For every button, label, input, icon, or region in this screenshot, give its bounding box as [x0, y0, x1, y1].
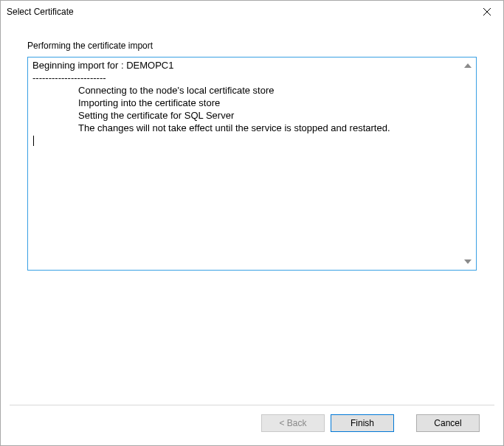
back-button: < Back — [261, 414, 325, 432]
import-log[interactable]: Beginning import for : DEMOPC1 ---------… — [27, 57, 477, 271]
dialog-window: Select Certificate Performing the certif… — [0, 0, 504, 446]
close-button[interactable] — [470, 1, 503, 23]
cancel-button[interactable]: Cancel — [416, 414, 480, 432]
log-line: ----------------------- — [32, 72, 460, 84]
finish-button[interactable]: Finish — [331, 414, 394, 432]
button-spacer — [400, 414, 410, 432]
button-row: < Back Finish Cancel — [10, 405, 494, 445]
scroll-down-button[interactable] — [463, 257, 473, 267]
chevron-up-icon — [464, 63, 472, 68]
close-icon — [483, 8, 491, 15]
window-title: Select Certificate — [7, 7, 74, 17]
content-area: Performing the certificate import Beginn… — [1, 23, 503, 405]
scroll-up-button[interactable] — [463, 60, 473, 71]
titlebar: Select Certificate — [1, 1, 503, 23]
log-line: The changes will not take effect until t… — [32, 122, 460, 134]
text-caret — [33, 136, 34, 146]
log-cursor-line — [32, 134, 460, 147]
log-line: Connecting to the node's local certifica… — [32, 84, 460, 97]
log-line: Importing into the certificate store — [32, 97, 460, 109]
chevron-down-icon — [464, 259, 472, 264]
section-label: Performing the certificate import — [27, 41, 477, 51]
log-line: Beginning import for : DEMOPC1 — [32, 59, 460, 72]
log-line: Setting the certificate for SQL Server — [32, 109, 460, 122]
